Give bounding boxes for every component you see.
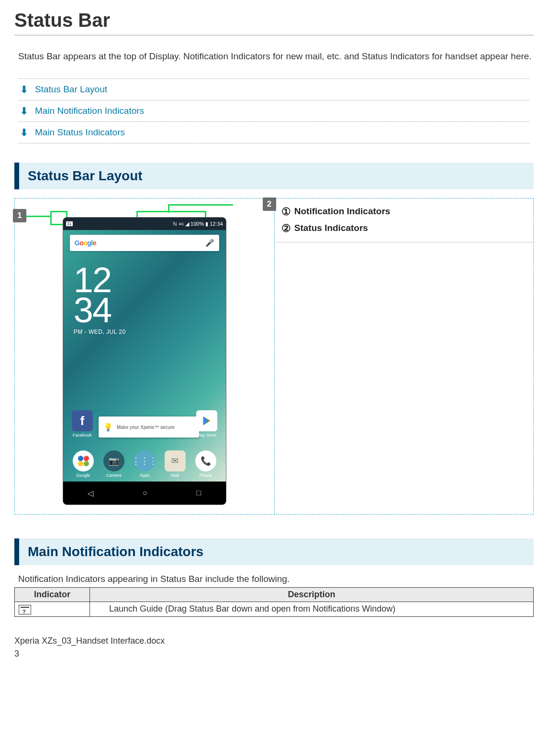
svg-marker-1 bbox=[203, 416, 207, 425]
secure-notification-card: 💡 Make your Xperia™ secure bbox=[99, 416, 199, 438]
callout-badge-2: 2 bbox=[263, 197, 276, 211]
callout-label-1: Notification Indicators bbox=[294, 206, 391, 216]
signal-icon: ◢ bbox=[185, 221, 189, 227]
app-mail: ✉ Mail bbox=[161, 450, 189, 478]
mail-icon: ✉ bbox=[165, 450, 186, 471]
toc: ⬇ Status Bar Layout ⬇ Main Notification … bbox=[18, 78, 530, 143]
toc-link-1[interactable]: Status Bar Layout bbox=[35, 84, 107, 95]
apps-icon: ⋮⋮⋮ bbox=[134, 450, 155, 471]
phone-home-screen: Google 🎤 12 34 PM - WED, JUL 20 f Facebo… bbox=[63, 230, 226, 482]
callout-line-2v bbox=[168, 204, 169, 213]
clock-minute: 34 bbox=[74, 296, 226, 326]
callout-badge-1: 1 bbox=[13, 209, 26, 222]
camera-icon: 📷 bbox=[103, 450, 124, 471]
app-label: Apps bbox=[139, 473, 149, 478]
clock-text: 12:34 bbox=[210, 221, 223, 227]
indicator-desc-cell: Launch Guide (Drag Status Bar down and o… bbox=[90, 602, 534, 616]
phone-nav-bar: ◁ ○ □ bbox=[63, 482, 226, 504]
toc-item-1[interactable]: ⬇ Status Bar Layout bbox=[18, 78, 530, 100]
circled-1-icon: ① bbox=[281, 203, 291, 220]
callout-line-2 bbox=[168, 204, 233, 206]
app-label: Google bbox=[76, 473, 90, 478]
down-arrow-icon: ⬇ bbox=[20, 127, 28, 138]
callout-label-2: Status Indicators bbox=[294, 223, 368, 233]
back-icon: ◁ bbox=[88, 489, 93, 498]
facebook-icon: f bbox=[72, 410, 93, 431]
layout-legend-panel: ① Notification Indicators ② Status Indic… bbox=[274, 198, 534, 514]
callout-line-1 bbox=[26, 216, 51, 217]
col-description: Description bbox=[90, 588, 534, 602]
phone-status-bar: 31 ℕ 4G ◢ 100% ▮ 12:34 bbox=[63, 218, 226, 230]
phone-mockup: 31 ℕ 4G ◢ 100% ▮ 12:34 Google bbox=[63, 218, 226, 504]
footer-page-number: 3 bbox=[14, 649, 534, 659]
phone-icon: 📞 bbox=[195, 450, 216, 471]
callout-list: ① Notification Indicators ② Status Indic… bbox=[275, 198, 534, 242]
app-label: Phone bbox=[200, 473, 212, 478]
nfc-icon: ℕ bbox=[173, 221, 177, 227]
bulb-icon: 💡 bbox=[103, 423, 113, 432]
clock-widget: 12 34 PM - WED, JUL 20 bbox=[74, 265, 226, 335]
circled-2-icon: ② bbox=[281, 220, 291, 237]
title-rule bbox=[14, 35, 534, 35]
app-facebook: f Facebook bbox=[71, 410, 94, 438]
app-apps: ⋮⋮⋮ Apps bbox=[131, 450, 158, 478]
recents-icon: □ bbox=[197, 489, 201, 497]
google-search-bar: Google 🎤 bbox=[70, 235, 219, 251]
google-logo: Google bbox=[75, 239, 96, 247]
indicator-icon-cell bbox=[15, 602, 90, 616]
app-label: Play Store bbox=[197, 433, 217, 438]
col-indicator: Indicator bbox=[15, 588, 90, 602]
section2-intro: Notification Indicators appearing in Sta… bbox=[18, 574, 534, 584]
toc-link-2[interactable]: Main Notification Indicators bbox=[35, 106, 144, 116]
section-heading-layout: Status Bar Layout bbox=[14, 163, 534, 189]
battery-text: 100% bbox=[190, 221, 204, 227]
app-phone: 📞 Phone bbox=[192, 450, 220, 478]
calendar-icon: 31 bbox=[66, 221, 73, 226]
home-icon: ○ bbox=[143, 489, 147, 497]
app-google: 🔵🔴🟡🟢 Google bbox=[69, 450, 97, 478]
mic-icon: 🎤 bbox=[205, 239, 214, 247]
app-dock: 🔵🔴🟡🟢 Google 📷 Camera ⋮⋮⋮ Apps bbox=[63, 450, 226, 478]
toc-item-2[interactable]: ⬇ Main Notification Indicators bbox=[18, 100, 530, 121]
layout-screenshot-panel: 1 2 31 ℕ 4G ◢ 100% ▮ 12:34 bbox=[15, 198, 274, 514]
launch-guide-icon bbox=[19, 605, 31, 614]
app-label: Camera bbox=[106, 473, 122, 478]
toc-link-3[interactable]: Main Status Indicators bbox=[35, 127, 125, 138]
notif-text: Make your Xperia™ secure bbox=[117, 425, 175, 430]
battery-icon: ▮ bbox=[205, 221, 208, 227]
table-row: Launch Guide (Drag Status Bar down and o… bbox=[15, 602, 534, 616]
footer-filename: Xperia XZs_03_Handset Interface.docx bbox=[14, 636, 534, 646]
section-heading-notification: Main Notification Indicators bbox=[14, 538, 534, 565]
table-header-row: Indicator Description bbox=[15, 588, 534, 602]
down-arrow-icon: ⬇ bbox=[20, 84, 28, 95]
intro-text: Status Bar appears at the top of Display… bbox=[18, 49, 534, 64]
clock-date: PM - WED, JUL 20 bbox=[74, 329, 226, 335]
google-folder-icon: 🔵🔴🟡🟢 bbox=[73, 450, 94, 471]
app-label: Mail bbox=[171, 473, 179, 478]
app-camera: 📷 Camera bbox=[100, 450, 128, 478]
network-icon: 4G bbox=[179, 222, 184, 226]
playstore-icon bbox=[196, 410, 217, 431]
indicator-table: Indicator Description Launch Guide (Drag… bbox=[14, 587, 534, 616]
layout-diagram: 1 2 31 ℕ 4G ◢ 100% ▮ 12:34 bbox=[14, 198, 534, 515]
page-title: Status Bar bbox=[14, 10, 534, 31]
down-arrow-icon: ⬇ bbox=[20, 105, 28, 117]
app-playstore: Play Store bbox=[195, 410, 218, 438]
toc-item-3[interactable]: ⬇ Main Status Indicators bbox=[18, 121, 530, 143]
app-label: Facebook bbox=[73, 433, 92, 438]
